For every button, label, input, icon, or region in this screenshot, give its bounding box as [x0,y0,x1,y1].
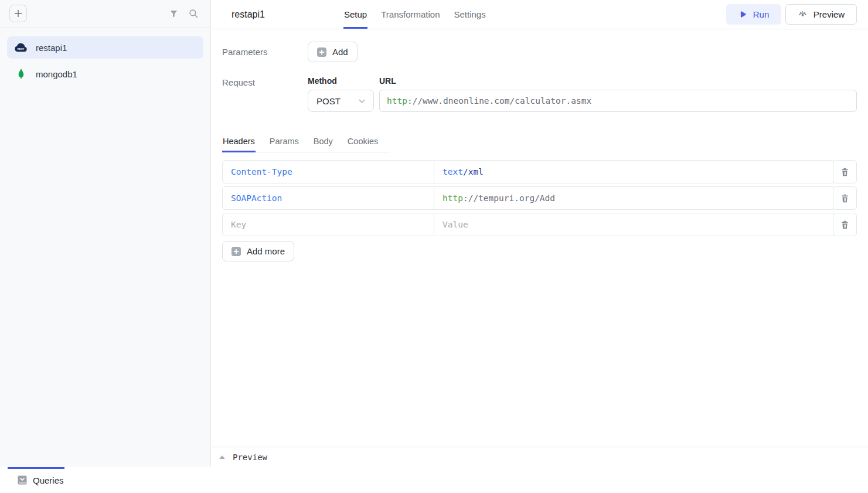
request-subtabs: Headers Params Body Cookies [222,131,390,152]
table-row [222,213,857,236]
sidebar-header [0,0,210,28]
triangle-up-icon [219,455,225,459]
header-key-text: Content-Type [231,167,292,176]
mongodb-icon [13,69,28,80]
header-value-text: ://tempuri.org/Add [463,193,555,203]
delete-row-button[interactable] [833,213,857,236]
header-key-text: SOAPAction [231,193,282,203]
parameters-row: Parameters Add [222,42,857,62]
tab-settings[interactable]: Settings [454,0,486,29]
tab-params[interactable]: Params [269,131,299,152]
preview-button-label: Preview [813,9,845,19]
run-button-label: Run [753,9,770,19]
queries-sidebar: REST restapi1 mongodb1 [0,0,211,467]
add-more-button[interactable]: Add more [222,241,294,261]
add-query-button[interactable] [9,5,27,22]
queries-panel-label: Queries [33,475,64,485]
header-key-input[interactable] [231,220,426,229]
header-actions: Run Preview [726,0,857,29]
query-editor-header: restapi1 Setup Transformation Settings R… [212,0,868,29]
add-more-label: Add more [247,246,285,256]
setup-panel: Parameters Add Request Method POST [212,29,868,261]
headers-table: Content-Type text/xml [222,160,857,236]
queries-panel-tab[interactable]: Queries [18,467,64,493]
method-field: Method POST [308,76,374,112]
bottom-bar: Queries [0,467,868,493]
tab-body[interactable]: Body [313,131,333,152]
plus-square-icon [317,47,326,57]
delete-row-button[interactable] [833,160,857,183]
tab-cookies[interactable]: Cookies [347,131,379,152]
tab-setup[interactable]: Setup [343,0,367,29]
header-value-input[interactable]: http://tempuri.org/Add [434,186,833,210]
preview-panel-label: Preview [233,453,267,462]
query-list: REST restapi1 mongodb1 [0,28,210,94]
tab-headers[interactable]: Headers [222,131,256,152]
svg-text:REST: REST [18,47,25,50]
header-value-input[interactable]: text/xml [434,160,833,183]
eye-icon [798,9,808,19]
query-editor: restapi1 Setup Transformation Settings R… [212,0,868,467]
tab-transformation[interactable]: Transformation [380,0,440,29]
method-select[interactable]: POST [308,90,374,112]
play-icon [738,10,747,19]
url-scheme: http [387,96,407,106]
chevron-down-icon [358,97,366,106]
url-rest: ://www.dneonline.com/calculator.asmx [407,96,591,106]
url-label: URL [379,76,857,86]
header-key-cell [222,213,434,236]
sidebar-item-mongodb1[interactable]: mongodb1 [7,63,203,85]
method-value: POST [316,96,341,106]
plus-square-icon [232,247,241,256]
plus-icon [14,9,22,18]
header-key-input[interactable]: SOAPAction [222,186,434,210]
header-value-text: /xml [463,167,484,176]
sidebar-item-restapi1[interactable]: REST restapi1 [7,36,203,59]
header-value-cell [434,213,833,236]
trash-icon [840,220,850,230]
delete-row-button[interactable] [833,186,857,210]
editor-tabs: Setup Transformation Settings [343,0,486,29]
sidebar-item-label: mongodb1 [36,69,77,79]
preview-button[interactable]: Preview [785,4,857,25]
query-title: restapi1 [232,0,343,29]
sidebar-item-label: restapi1 [36,43,67,53]
run-button[interactable]: Run [726,4,781,25]
request-label: Request [222,76,308,112]
search-icon[interactable] [186,6,201,21]
add-parameter-button[interactable]: Add [308,42,358,62]
header-value-input[interactable] [442,220,825,229]
header-key-input[interactable]: Content-Type [222,160,434,183]
request-row: Request Method POST URL http://www.dneon… [222,76,857,112]
filter-icon[interactable] [166,6,181,21]
method-label: Method [308,76,374,86]
table-row: Content-Type text/xml [222,160,857,183]
url-field: URL http://www.dneonline.com/calculator.… [379,76,857,112]
trash-icon [840,193,850,203]
header-value-text: http [442,193,463,203]
url-input[interactable]: http://www.dneonline.com/calculator.asmx [379,90,857,112]
parameters-label: Parameters [222,47,308,57]
add-parameter-label: Add [332,47,348,57]
preview-panel-toggle[interactable]: Preview [212,447,868,467]
panel-icon [18,475,27,485]
trash-icon [840,167,850,177]
table-row: SOAPAction http://tempuri.org/Add [222,186,857,210]
header-value-text: text [442,167,463,176]
rest-api-icon: REST [13,43,28,52]
